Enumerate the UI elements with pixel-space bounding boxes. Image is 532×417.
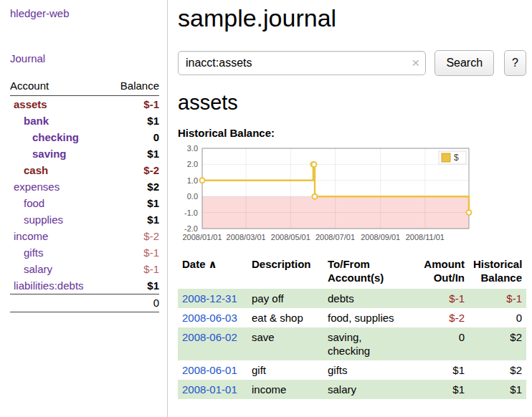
- account-name-cell: saving: [10, 145, 108, 162]
- register-body: 2008-12-31pay offdebts$-1$-12008-06-03ea…: [178, 289, 526, 399]
- search-input[interactable]: [178, 51, 426, 75]
- account-row: salary$-1: [10, 261, 159, 277]
- svg-text:-1.0: -1.0: [184, 208, 198, 217]
- account-row: saving$1: [10, 145, 159, 162]
- svg-text:2008/07/01: 2008/07/01: [315, 233, 355, 241]
- account-link[interactable]: food: [24, 197, 44, 209]
- account-row: gifts$-1: [10, 244, 159, 261]
- svg-text:2008/11/01: 2008/11/01: [406, 233, 445, 241]
- account-row: supplies$1: [10, 211, 159, 228]
- register-date-cell: 2008-06-03: [178, 308, 247, 327]
- register-row: 2008-06-02savesaving, checking0$2: [178, 327, 526, 360]
- register-amount-cell: $-1: [414, 289, 469, 308]
- svg-text:2008/09/01: 2008/09/01: [361, 233, 400, 241]
- account-balance: $-2: [108, 162, 159, 178]
- svg-text:$: $: [454, 153, 459, 163]
- account-link[interactable]: cash: [24, 164, 48, 176]
- app-brand-link[interactable]: hledger-web: [10, 7, 159, 19]
- account-row: assets$-1: [10, 96, 159, 113]
- account-row: checking0: [10, 129, 159, 145]
- account-name-cell: bank: [10, 112, 108, 129]
- account-balance: $1: [108, 211, 159, 228]
- search-box: ×: [178, 51, 426, 75]
- account-name-cell: assets: [10, 96, 108, 113]
- account-row: cash$-2: [10, 162, 159, 178]
- register-date-cell: 2008-01-01: [178, 380, 247, 399]
- register-description-cell: gift: [247, 360, 323, 380]
- date-header-label: Date: [182, 258, 206, 270]
- account-row: liabilities:debts$1: [10, 277, 159, 294]
- account-link[interactable]: saving: [32, 148, 67, 160]
- register-row: 2008-12-31pay offdebts$-1$-1: [178, 289, 526, 308]
- account-balance: $1: [108, 277, 159, 294]
- svg-text:2008/03/01: 2008/03/01: [227, 233, 266, 241]
- register-header-description: Description: [247, 256, 323, 289]
- svg-text:3.0: 3.0: [187, 144, 198, 153]
- register-header-accounts: To/From Account(s): [323, 256, 414, 289]
- account-name-cell: gifts: [10, 244, 108, 261]
- register-accounts-cell: food, supplies: [323, 308, 414, 327]
- account-row: food$1: [10, 195, 159, 211]
- account-link[interactable]: gifts: [24, 246, 44, 259]
- register-date-cell: 2008-12-31: [178, 289, 247, 308]
- register-amount-cell: $-2: [414, 308, 469, 327]
- transaction-date-link[interactable]: 2008-06-01: [182, 364, 237, 376]
- account-balance: $1: [108, 112, 159, 129]
- svg-text:1.0: 1.0: [187, 176, 198, 185]
- historical-balance-chart: 3.02.01.00.0-1.0-2.02008/01/012008/03/01…: [178, 143, 473, 249]
- account-balance: $-1: [108, 244, 159, 261]
- transaction-date-link[interactable]: 2008-06-02: [182, 331, 237, 343]
- account-link[interactable]: income: [14, 230, 48, 242]
- register-row: 2008-06-03eat & shopfood, supplies$-20: [178, 308, 526, 327]
- register-header-amount: Amount Out/In: [414, 256, 469, 289]
- sidebar: hledger-web Journal Account Balance asse…: [0, 0, 168, 417]
- account-name-cell: food: [10, 195, 108, 211]
- register-accounts-cell: saving, checking: [323, 327, 414, 360]
- account-link[interactable]: bank: [24, 115, 49, 127]
- main-content: sample.journal × Search ? assets Histori…: [178, 0, 532, 399]
- register-date-cell: 2008-06-01: [178, 360, 247, 380]
- help-button[interactable]: ?: [504, 50, 526, 76]
- register-description-cell: income: [247, 380, 323, 399]
- register-amount-cell: 0: [414, 327, 469, 360]
- search-button[interactable]: Search: [434, 50, 494, 76]
- account-balance: $2: [108, 178, 159, 195]
- register-accounts-cell: debts: [323, 289, 414, 308]
- accounts-table-body: assets$-1bank$1checking0saving$1cash$-2e…: [10, 96, 159, 294]
- transaction-date-link[interactable]: 2008-06-03: [182, 312, 237, 324]
- account-heading: assets: [178, 91, 526, 115]
- account-name-cell: supplies: [10, 211, 108, 228]
- search-bar: × Search ?: [178, 50, 526, 76]
- sidebar-item-journal[interactable]: Journal: [10, 52, 159, 64]
- account-link[interactable]: liabilities:debts: [14, 279, 84, 292]
- account-link[interactable]: assets: [14, 98, 47, 110]
- sort-asc-icon[interactable]: ∧: [209, 258, 217, 270]
- register-table: Date∧ Description To/From Account(s) Amo…: [178, 256, 526, 399]
- account-balance: 0: [108, 129, 159, 145]
- register-header-balance: Historical Balance: [469, 256, 526, 289]
- register-balance-cell: $1: [469, 380, 526, 399]
- account-row: expenses$2: [10, 178, 159, 195]
- account-link[interactable]: checking: [32, 131, 79, 143]
- register-accounts-cell: gifts: [323, 360, 414, 380]
- account-name-cell: liabilities:debts: [10, 277, 108, 294]
- account-balance: $-1: [108, 261, 159, 277]
- register-header-date[interactable]: Date∧: [178, 256, 247, 289]
- register-balance-cell: $2: [469, 327, 526, 360]
- register-balance-cell: $2: [469, 360, 526, 380]
- register-balance-cell: 0: [469, 308, 526, 327]
- clear-search-icon[interactable]: ×: [412, 54, 419, 72]
- register-header-row: Date∧ Description To/From Account(s) Amo…: [178, 256, 526, 289]
- transaction-date-link[interactable]: 2008-01-01: [182, 383, 237, 396]
- register-row: 2008-06-01giftgifts$1$2: [178, 360, 526, 380]
- transaction-date-link[interactable]: 2008-12-31: [182, 292, 237, 305]
- svg-text:2.0: 2.0: [187, 160, 198, 168]
- account-link[interactable]: expenses: [14, 181, 60, 193]
- account-link[interactable]: supplies: [24, 214, 63, 226]
- chart-label: Historical Balance:: [178, 127, 526, 139]
- register-accounts-cell: salary: [323, 380, 414, 399]
- svg-text:-2.0: -2.0: [184, 224, 198, 233]
- svg-text:0.0: 0.0: [187, 192, 198, 201]
- register-description-cell: pay off: [247, 289, 323, 308]
- account-link[interactable]: salary: [24, 263, 52, 275]
